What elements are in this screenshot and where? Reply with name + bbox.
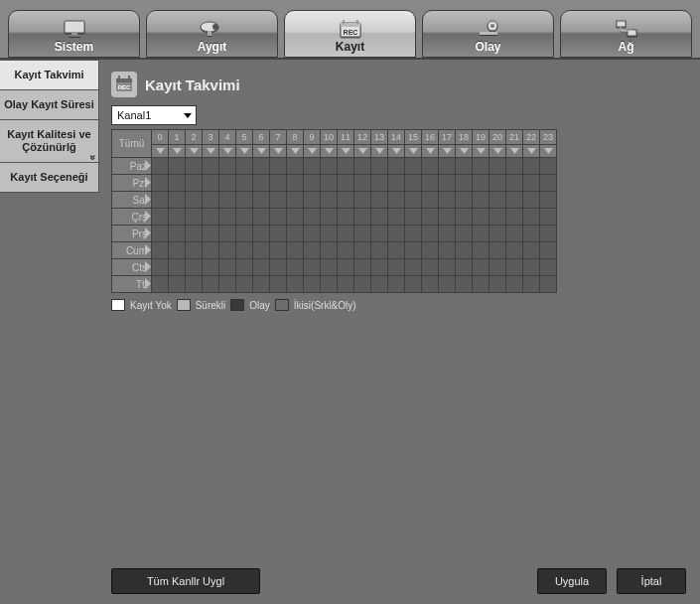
schedule-cell[interactable] [405,226,422,242]
schedule-cell[interactable] [473,158,490,175]
hour-select-arrow[interactable] [540,145,557,158]
schedule-cell[interactable] [169,209,186,226]
schedule-cell[interactable] [540,276,557,293]
schedule-cell[interactable] [490,226,506,242]
schedule-cell[interactable] [152,276,169,293]
schedule-cell[interactable] [523,259,540,276]
schedule-cell[interactable] [354,226,371,242]
schedule-cell[interactable] [371,242,388,259]
schedule-cell[interactable] [321,259,338,276]
hour-select-arrow[interactable] [321,145,338,158]
schedule-cell[interactable] [456,276,473,293]
hour-select-arrow[interactable] [152,145,169,158]
hour-select-arrow[interactable] [473,145,490,158]
schedule-cell[interactable] [388,226,405,242]
schedule-cell[interactable] [287,175,304,192]
schedule-cell[interactable] [219,175,236,192]
hour-select-arrow[interactable] [236,145,253,158]
schedule-cell[interactable] [354,242,371,259]
schedule-cell[interactable] [490,192,506,209]
schedule-cell[interactable] [270,259,287,276]
hour-select-arrow[interactable] [304,145,321,158]
schedule-cell[interactable] [287,276,304,293]
schedule-cell[interactable] [422,276,439,293]
schedule-cell[interactable] [304,242,321,259]
schedule-cell[interactable] [490,242,506,259]
schedule-cell[interactable] [506,158,523,175]
schedule-cell[interactable] [439,276,456,293]
tab-kayıt[interactable]: RECKayıt [284,10,416,58]
schedule-cell[interactable] [490,259,506,276]
sidebar-item[interactable]: Olay Kayıt Süresi [0,90,99,120]
schedule-cell[interactable] [439,175,456,192]
schedule-cell[interactable] [490,175,506,192]
schedule-cell[interactable] [169,175,186,192]
hour-header[interactable]: 7 [270,130,287,145]
schedule-cell[interactable] [236,175,253,192]
hour-select-arrow[interactable] [523,145,540,158]
schedule-cell[interactable] [422,158,439,175]
schedule-cell[interactable] [405,276,422,293]
schedule-cell[interactable] [422,209,439,226]
schedule-cell[interactable] [219,242,236,259]
schedule-cell[interactable] [287,192,304,209]
hour-header[interactable]: 18 [456,130,473,145]
schedule-cell[interactable] [456,192,473,209]
hour-header[interactable]: 1 [169,130,186,145]
tab-ağ[interactable]: Ağ [560,10,692,58]
schedule-cell[interactable] [422,226,439,242]
hour-header[interactable]: 13 [371,130,388,145]
schedule-cell[interactable] [540,226,557,242]
schedule-cell[interactable] [388,276,405,293]
schedule-cell[interactable] [439,192,456,209]
schedule-cell[interactable] [304,175,321,192]
schedule-cell[interactable] [304,276,321,293]
schedule-cell[interactable] [236,276,253,293]
schedule-cell[interactable] [287,259,304,276]
schedule-cell[interactable] [253,242,270,259]
schedule-cell[interactable] [439,209,456,226]
day-header[interactable]: Cum [112,242,152,259]
schedule-cell[interactable] [152,175,169,192]
schedule-cell[interactable] [473,276,490,293]
schedule-cell[interactable] [523,175,540,192]
hour-select-arrow[interactable] [219,145,236,158]
schedule-cell[interactable] [186,158,203,175]
schedule-cell[interactable] [422,175,439,192]
schedule-cell[interactable] [270,158,287,175]
schedule-cell[interactable] [219,209,236,226]
sidebar-item[interactable]: Kayıt Seçeneği [0,163,99,193]
hour-header[interactable]: 11 [338,130,354,145]
schedule-cell[interactable] [270,175,287,192]
schedule-cell[interactable] [152,242,169,259]
schedule-cell[interactable] [287,158,304,175]
schedule-cell[interactable] [523,226,540,242]
hour-header[interactable]: 12 [354,130,371,145]
schedule-cell[interactable] [388,158,405,175]
schedule-cell[interactable] [473,175,490,192]
schedule-cell[interactable] [236,242,253,259]
day-header[interactable]: Paz [112,158,152,175]
schedule-cell[interactable] [169,259,186,276]
schedule-cell[interactable] [270,242,287,259]
hour-header[interactable]: 16 [422,130,439,145]
hour-header[interactable]: 20 [490,130,506,145]
hour-header[interactable]: 9 [304,130,321,145]
schedule-cell[interactable] [338,158,354,175]
schedule-cell[interactable] [321,209,338,226]
schedule-cell[interactable] [439,259,456,276]
schedule-cell[interactable] [270,276,287,293]
hour-select-arrow[interactable] [338,145,354,158]
schedule-cell[interactable] [540,209,557,226]
hour-header[interactable]: 10 [321,130,338,145]
hour-header[interactable]: 8 [287,130,304,145]
day-header[interactable]: Ttl [112,276,152,293]
schedule-cell[interactable] [473,242,490,259]
schedule-cell[interactable] [456,226,473,242]
schedule-cell[interactable] [152,259,169,276]
schedule-cell[interactable] [371,276,388,293]
hour-select-arrow[interactable] [354,145,371,158]
apply-all-channels-button[interactable]: Tüm Kanllr Uygl [111,568,260,594]
schedule-cell[interactable] [405,192,422,209]
schedule-cell[interactable] [169,276,186,293]
